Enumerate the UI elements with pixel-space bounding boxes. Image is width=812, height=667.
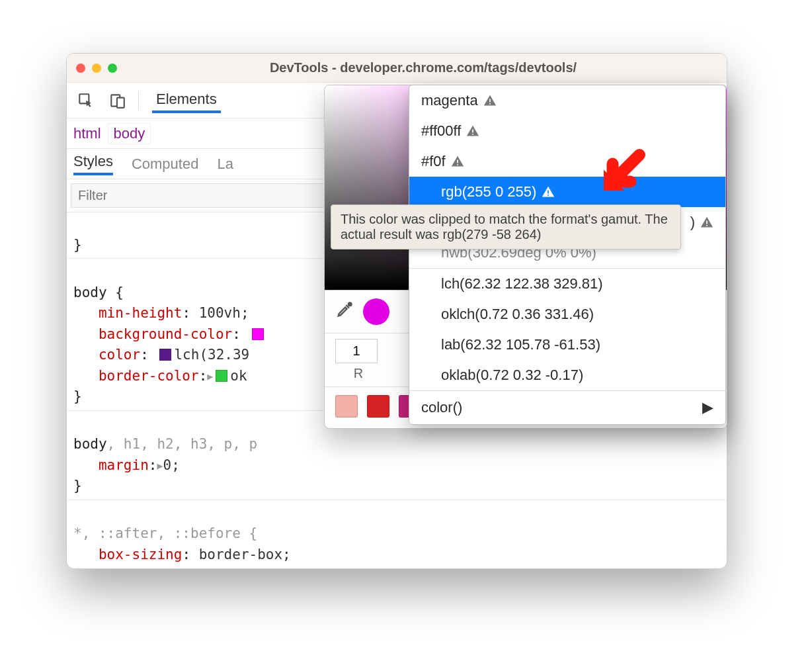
format-label: rgb(255 0 255) [441,183,536,200]
svg-rect-13 [706,225,708,226]
inspect-element-icon[interactable] [75,89,97,112]
channel-r-label: R [354,363,363,381]
eyedropper-icon[interactable] [335,300,354,323]
svg-rect-8 [457,160,458,163]
rule2-selector-rest[interactable]: , h1, h2, h3, p, p [107,436,258,452]
format-label: oklch(0.72 0.36 331.46) [441,306,594,323]
prop-border-color[interactable]: border-color [99,368,199,384]
swatch-magenta[interactable] [252,328,264,340]
format-label: oklab(0.72 0.32 -0.17) [441,367,583,384]
prop-background-color[interactable]: background-color [99,326,232,342]
format-item-color-fn[interactable]: color() ▶ [409,390,725,424]
format-label: lab(62.32 105.78 -61.53) [441,336,600,353]
svg-rect-6 [473,130,474,133]
warning-icon [542,185,555,199]
format-item-hex3[interactable]: #f0f [409,146,725,177]
subtab-layout[interactable]: La [217,156,233,173]
svg-rect-11 [548,195,549,196]
svg-rect-5 [489,103,491,105]
val-box-sizing[interactable]: border-box; [199,547,291,562]
format-label: color() [421,399,462,416]
subtab-computed[interactable]: Computed [132,156,199,173]
gamut-clip-tooltip: This color was clipped to match the form… [331,204,681,249]
format-item-hex6[interactable]: #ff00ff [409,116,725,146]
device-toggle-icon[interactable] [106,89,129,112]
prop-box-sizing[interactable]: box-sizing [99,547,182,562]
tab-elements[interactable]: Elements [152,88,221,113]
prop-min-height[interactable]: min-height [99,305,182,321]
warning-icon [700,216,713,229]
breadcrumb-body[interactable]: body [108,123,151,144]
expand-triangle-icon[interactable]: ▶ [207,371,213,382]
current-color-swatch[interactable] [363,298,389,325]
subtab-styles[interactable]: Styles [73,153,113,175]
svg-rect-10 [548,191,549,194]
svg-rect-9 [457,164,458,165]
format-item-oklab[interactable]: oklab(0.72 0.32 -0.17) [409,360,725,390]
breadcrumb-html[interactable]: html [73,125,101,142]
rule1-close: } [73,388,82,404]
close-window-button[interactable] [76,64,85,73]
format-item-oklch[interactable]: oklch(0.72 0.36 331.46) [409,299,725,330]
traffic-lights [76,64,117,73]
tooltip-text: This color was clipped to match the form… [341,212,668,242]
prop-margin[interactable]: margin [99,457,149,473]
val-margin[interactable]: 0; [163,457,179,473]
format-label: #ff00ff [421,122,461,140]
svg-rect-2 [117,97,124,107]
val-color[interactable]: lch(32.39 [174,347,257,363]
rule3-selector[interactable]: *, ::after, ::before { [73,525,257,541]
rule2-selector-main[interactable]: body [73,436,107,452]
val-border-color[interactable]: ok [230,368,247,384]
minimize-window-button[interactable] [92,64,101,73]
palette-chip[interactable] [335,395,358,418]
format-item-rgb[interactable]: rgb(255 0 255) [409,177,725,207]
maximize-window-button[interactable] [108,64,117,73]
svg-point-3 [348,303,352,306]
annotation-arrow-icon [592,143,651,206]
palette-chip[interactable] [367,395,389,418]
window-title: DevTools - developer.chrome.com/tags/dev… [129,60,717,75]
format-item-lch[interactable]: lch(62.32 122.38 329.81) [409,269,725,299]
format-item-lab[interactable]: lab(62.32 105.78 -61.53) [409,330,725,360]
chevron-right-icon: ▶ [702,399,713,416]
rule-prev-close: } [73,237,82,253]
svg-rect-12 [706,221,708,224]
format-label: magenta [421,92,478,109]
warning-icon [466,124,479,138]
alpha-input[interactable] [335,339,378,363]
rule2-close: } [73,478,82,494]
titlebar: DevTools - developer.chrome.com/tags/dev… [67,54,727,83]
warning-icon [451,155,464,168]
format-label: #f0f [421,153,446,170]
val-min-height[interactable]: 100vh; [199,305,249,321]
warning-icon [483,94,497,107]
svg-rect-7 [473,134,474,135]
format-label: lch(62.32 122.38 329.81) [441,275,603,292]
svg-rect-4 [489,99,491,103]
prop-color[interactable]: color [99,347,140,363]
rule1-selector[interactable]: body { [73,285,124,300]
color-format-menu: magenta #ff00ff #f0f rgb(255 0 255) ) hw… [409,85,726,425]
format-item-magenta[interactable]: magenta [409,85,725,116]
swatch-green[interactable] [216,370,227,382]
swatch-purple[interactable] [159,349,171,361]
format-label: ) [690,214,695,231]
